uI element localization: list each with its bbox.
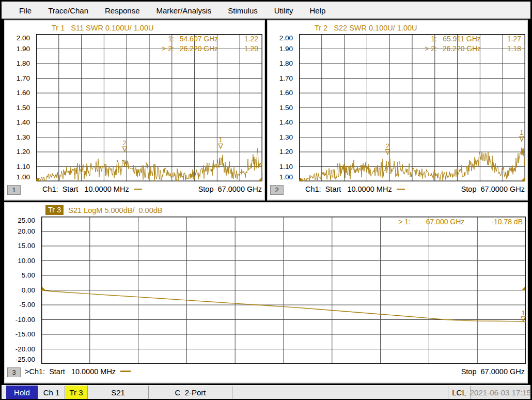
s22-trace-title[interactable]: Tr 2 S22 SWR 0.100U/ 1.00U — [315, 23, 417, 32]
s21-y-axis: 25.0020.0015.0010.005.000.00-5.00-10.00-… — [5, 203, 38, 381]
status-spacer — [232, 386, 448, 399]
vna-screen: File Trace/Chan Response Marker/Analysis… — [0, 0, 532, 400]
s21-marker1-label: > 1: — [369, 218, 411, 226]
status-calibration[interactable]: C 2-Port — [149, 386, 232, 399]
s21-footer: 3 >Ch1: Start 10.0000 MHz Stop 67.0000 G… — [5, 366, 527, 379]
y-tick-label: 1.30 — [265, 133, 293, 142]
y-tick-label: 5.00 — [2, 271, 35, 280]
s11-trace-color-dash — [134, 189, 142, 190]
s21-active-trace-badge[interactable]: Tr 3 — [45, 205, 64, 215]
y-tick-label: 1.40 — [265, 118, 293, 127]
s21-channel-box[interactable]: 3 — [7, 367, 21, 377]
s22-stop-frequency: Stop 67.0000 GHz — [461, 185, 525, 193]
status-active-trace[interactable]: Tr 3 — [65, 386, 88, 399]
y-tick-label: 1.10 — [265, 162, 293, 172]
s22-start-frequency: Ch1: Start 10.0000 MHz — [305, 185, 405, 193]
s21-trace-title[interactable]: Tr 3S21 LogM 5.000dB/ 0.00dB — [45, 206, 162, 214]
s11-trace-title[interactable]: Tr 1 S11 SWR 0.100U/ 1.00U — [52, 23, 153, 32]
s21-window: Tr 3S21 LogM 5.000dB/ 0.00dB 25.0020.001… — [4, 202, 528, 383]
s22-marker1-value: 1.27 — [470, 35, 521, 43]
status-measurement[interactable]: S21 — [88, 386, 149, 399]
status-bar: Hold Ch 1 Tr 3 S21 C 2-Port LCL 2021-06-… — [2, 385, 530, 399]
s11-stop-frequency: Stop 67.0000 GHz — [198, 185, 262, 193]
y-tick-label: 1.90 — [265, 44, 293, 54]
s11-start-frequency: Ch1: Start 10.0000 MHz — [42, 185, 142, 193]
y-tick-label: 1.80 — [265, 59, 293, 68]
y-tick-label: -10.00 — [2, 315, 35, 325]
status-channel[interactable]: Ch 1 — [38, 386, 65, 399]
s21-stop-frequency: Stop 67.0000 GHz — [461, 367, 525, 376]
menu-bar: File Trace/Chan Response Marker/Analysis… — [2, 2, 530, 19]
s21-start-frequency: >Ch1: Start 10.0000 MHz — [25, 367, 131, 376]
y-tick-label: 1.70 — [2, 74, 30, 83]
y-tick-label: 10.00 — [2, 256, 35, 266]
y-tick-label: -5.00 — [2, 300, 35, 310]
status-lcl: LCL — [448, 386, 471, 399]
y-tick-label: 2.00 — [2, 34, 30, 43]
s11-y-axis: 2.001.901.801.701.601.501.401.301.201.10… — [5, 21, 33, 199]
s11-plot-area[interactable]: 12 — [36, 34, 262, 181]
menu-utility[interactable]: Utility — [266, 2, 302, 19]
menu-stimulus[interactable]: Stimulus — [220, 2, 266, 19]
s11-footer: 1 Ch1: Start 10.0000 MHz Stop 67.0000 GH… — [5, 184, 264, 196]
y-tick-label: 1.00 — [2, 173, 30, 182]
s22-y-axis: 2.001.901.801.701.601.501.401.301.201.10… — [268, 21, 296, 199]
svg-text:2: 2 — [123, 139, 127, 147]
s11-channel-box[interactable]: 1 — [7, 185, 21, 195]
svg-text:1: 1 — [218, 136, 222, 144]
svg-text:1: 1 — [520, 129, 523, 136]
y-tick-label: 1.10 — [2, 162, 30, 172]
y-tick-label: 1.60 — [265, 88, 293, 98]
status-datetime: 2021-06-03 17:15 — [471, 386, 530, 399]
s22-channel-box[interactable]: 2 — [270, 185, 284, 195]
y-tick-label: 1.90 — [2, 44, 30, 54]
s22-marker2-value: 1.18 — [470, 44, 521, 53]
y-tick-label: 1.40 — [2, 118, 30, 127]
y-tick-label: 1.60 — [2, 88, 30, 98]
y-tick-label: 25.00 — [2, 216, 35, 225]
y-tick-label: 1.80 — [2, 59, 30, 68]
y-tick-label: -15.00 — [2, 330, 35, 339]
s22-plot-area[interactable]: 12 — [299, 34, 525, 181]
status-hold-badge[interactable]: Hold — [6, 386, 38, 399]
y-tick-label: 1.50 — [2, 103, 30, 113]
y-tick-label: 1.20 — [2, 147, 30, 157]
menu-trace-chan[interactable]: Trace/Chan — [40, 2, 97, 19]
s22-footer: 2 Ch1: Start 10.0000 MHz Stop 67.0000 GH… — [268, 184, 527, 196]
svg-text:2: 2 — [386, 142, 389, 150]
s21-trace-color-dash — [120, 371, 131, 372]
menu-help[interactable]: Help — [301, 2, 334, 19]
y-tick-label: -20.00 — [2, 345, 35, 354]
menu-marker-analysis[interactable]: Marker/Analysis — [148, 2, 220, 19]
y-tick-label: 0.00 — [2, 286, 35, 295]
y-tick-label: 20.00 — [2, 227, 35, 236]
s22-trace-color-dash — [397, 189, 405, 190]
s11-marker2-value: 1.20 — [207, 44, 258, 53]
y-tick-label: 1.20 — [265, 147, 293, 157]
y-tick-label: 1.00 — [265, 173, 293, 182]
s11-marker1-value: 1.22 — [207, 35, 258, 43]
menu-response[interactable]: Response — [97, 2, 148, 19]
svg-text:1: 1 — [521, 309, 525, 317]
y-tick-label: -25.00 — [2, 355, 35, 364]
s21-plot-area[interactable]: 1 — [41, 217, 526, 364]
y-tick-label: 2.00 — [265, 34, 293, 43]
s21-marker1-value: -10.78 dB — [461, 218, 523, 226]
y-tick-label: 15.00 — [2, 241, 35, 251]
s22-window: Tr 2 S22 SWR 0.100U/ 1.00U 2.001.901.801… — [267, 20, 528, 201]
y-tick-label: 1.30 — [2, 133, 30, 142]
s11-window: Tr 1 S11 SWR 0.100U/ 1.00U 2.001.901.801… — [4, 20, 265, 201]
y-tick-label: 1.50 — [265, 103, 293, 113]
menu-file[interactable]: File — [11, 2, 40, 19]
y-tick-label: 1.70 — [265, 74, 293, 83]
